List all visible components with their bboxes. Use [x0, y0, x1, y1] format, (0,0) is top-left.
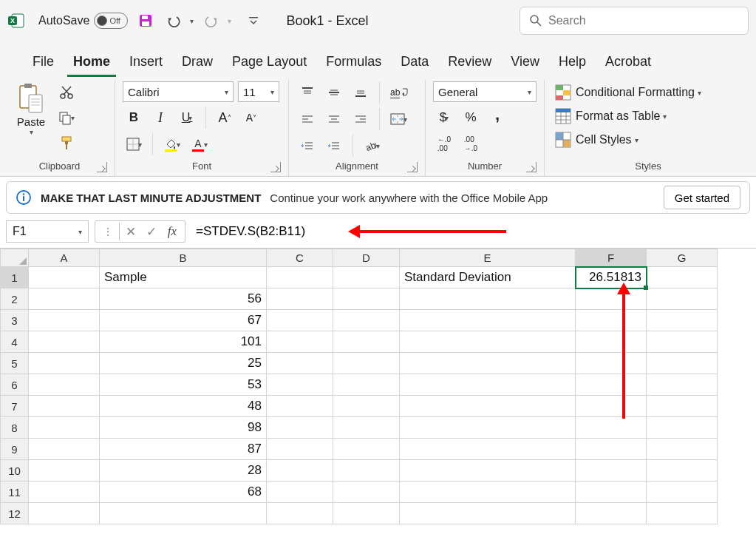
cell-G4[interactable] — [647, 331, 718, 353]
cell-C9[interactable] — [267, 439, 333, 460]
font-name-select[interactable]: Calibri▾ — [123, 81, 234, 102]
merge-center-button[interactable]: ▾ — [387, 108, 410, 130]
cut-button[interactable] — [55, 81, 78, 104]
cell-C8[interactable] — [267, 417, 333, 439]
redo-button[interactable] — [201, 10, 222, 31]
cell-B8[interactable]: 98 — [100, 417, 267, 439]
font-launcher-icon[interactable] — [270, 162, 281, 172]
cell-C5[interactable] — [267, 353, 333, 374]
row-header-4[interactable]: 4 — [1, 331, 29, 353]
cell-B3[interactable]: 67 — [100, 310, 267, 331]
cell-A11[interactable] — [29, 482, 100, 503]
cell-F7[interactable] — [576, 396, 647, 417]
cell-F6[interactable] — [576, 374, 647, 396]
tab-data[interactable]: Data — [395, 50, 435, 77]
cell-E10[interactable] — [400, 460, 576, 482]
undo-button[interactable] — [163, 10, 184, 31]
currency-button[interactable]: $ ▾ — [433, 107, 455, 129]
borders-button[interactable]: ▾ — [123, 133, 145, 155]
cell-E2[interactable] — [400, 288, 576, 310]
cell-B11[interactable]: 68 — [100, 482, 267, 503]
align-middle-button[interactable] — [323, 81, 345, 104]
cell-D7[interactable] — [333, 396, 400, 417]
cell-F12[interactable] — [576, 503, 647, 524]
row-header-5[interactable]: 5 — [1, 353, 29, 374]
cell-F5[interactable] — [576, 353, 647, 374]
row-header-10[interactable]: 10 — [1, 460, 29, 482]
save-button[interactable] — [135, 10, 156, 31]
column-header-C[interactable]: C — [267, 249, 333, 267]
tab-help[interactable]: Help — [553, 50, 592, 77]
cell-G9[interactable] — [647, 439, 718, 460]
cell-A10[interactable] — [29, 460, 100, 482]
row-header-11[interactable]: 11 — [1, 482, 29, 503]
format-as-table-button[interactable]: Format as Table▾ — [552, 105, 670, 127]
row-header-1[interactable]: 1 — [1, 267, 29, 288]
bold-button[interactable]: B — [123, 107, 145, 129]
cell-C3[interactable] — [267, 310, 333, 331]
search-input[interactable] — [548, 14, 739, 27]
clipboard-launcher-icon[interactable] — [97, 162, 107, 172]
cell-F2[interactable] — [576, 288, 647, 310]
column-header-E[interactable]: E — [400, 249, 576, 267]
cell-B9[interactable]: 87 — [100, 439, 267, 460]
cell-C12[interactable] — [267, 503, 333, 524]
cell-F1[interactable]: 26.51813 — [576, 267, 647, 288]
cell-G1[interactable] — [647, 267, 718, 288]
cell-D1[interactable] — [333, 267, 400, 288]
cell-B4[interactable]: 101 — [100, 331, 267, 353]
cell-G7[interactable] — [647, 396, 718, 417]
cell-D6[interactable] — [333, 374, 400, 396]
cell-F11[interactable] — [576, 482, 647, 503]
cell-A12[interactable] — [29, 503, 100, 524]
cell-D5[interactable] — [333, 353, 400, 374]
cell-E3[interactable] — [400, 310, 576, 331]
cell-C7[interactable] — [267, 396, 333, 417]
column-header-B[interactable]: B — [100, 249, 267, 267]
cell-G5[interactable] — [647, 353, 718, 374]
number-launcher-icon[interactable] — [526, 162, 537, 172]
cell-E7[interactable] — [400, 396, 576, 417]
cell-E4[interactable] — [400, 331, 576, 353]
grow-font-button[interactable]: A˄ — [214, 107, 236, 129]
align-top-button[interactable] — [296, 81, 319, 104]
tab-page-layout[interactable]: Page Layout — [226, 50, 313, 77]
row-header-8[interactable]: 8 — [1, 417, 29, 439]
number-format-select[interactable]: General▾ — [433, 81, 537, 102]
cancel-formula-button[interactable]: ✕ — [121, 222, 140, 241]
tab-file[interactable]: File — [27, 50, 60, 77]
formula-input[interactable] — [191, 220, 339, 243]
tab-draw[interactable]: Draw — [176, 50, 219, 77]
cell-C1[interactable] — [267, 267, 333, 288]
cell-A7[interactable] — [29, 396, 100, 417]
column-header-D[interactable]: D — [333, 249, 400, 267]
cell-G11[interactable] — [647, 482, 718, 503]
cell-E1[interactable]: Standard Deviation — [400, 267, 576, 288]
align-right-button[interactable] — [350, 108, 372, 130]
cell-E6[interactable] — [400, 374, 576, 396]
increase-indent-button[interactable] — [323, 135, 345, 157]
column-header-F[interactable]: F — [576, 249, 647, 267]
tab-home[interactable]: Home — [67, 50, 116, 77]
copy-button[interactable]: ▾ — [55, 107, 78, 129]
fill-color-button[interactable]: ▾ — [160, 133, 183, 155]
cell-E11[interactable] — [400, 482, 576, 503]
cell-G12[interactable] — [647, 503, 718, 524]
cell-F8[interactable] — [576, 417, 647, 439]
conditional-formatting-button[interactable]: Conditional Formatting▾ — [552, 81, 704, 104]
autosave-toggle[interactable]: Off — [94, 13, 128, 29]
cell-A5[interactable] — [29, 353, 100, 374]
cell-C11[interactable] — [267, 482, 333, 503]
font-color-button[interactable]: A ▾ — [188, 133, 211, 155]
cell-B10[interactable]: 28 — [100, 460, 267, 482]
font-size-select[interactable]: 11▾ — [238, 81, 279, 102]
cell-C4[interactable] — [267, 331, 333, 353]
cell-F4[interactable] — [576, 331, 647, 353]
redo-dropdown-icon[interactable]: ▾ — [228, 17, 231, 25]
row-header-7[interactable]: 7 — [1, 396, 29, 417]
alignment-launcher-icon[interactable] — [407, 162, 418, 172]
tab-acrobat[interactable]: Acrobat — [599, 50, 657, 77]
italic-button[interactable]: I — [149, 107, 171, 129]
cell-E8[interactable] — [400, 417, 576, 439]
cell-D12[interactable] — [333, 503, 400, 524]
